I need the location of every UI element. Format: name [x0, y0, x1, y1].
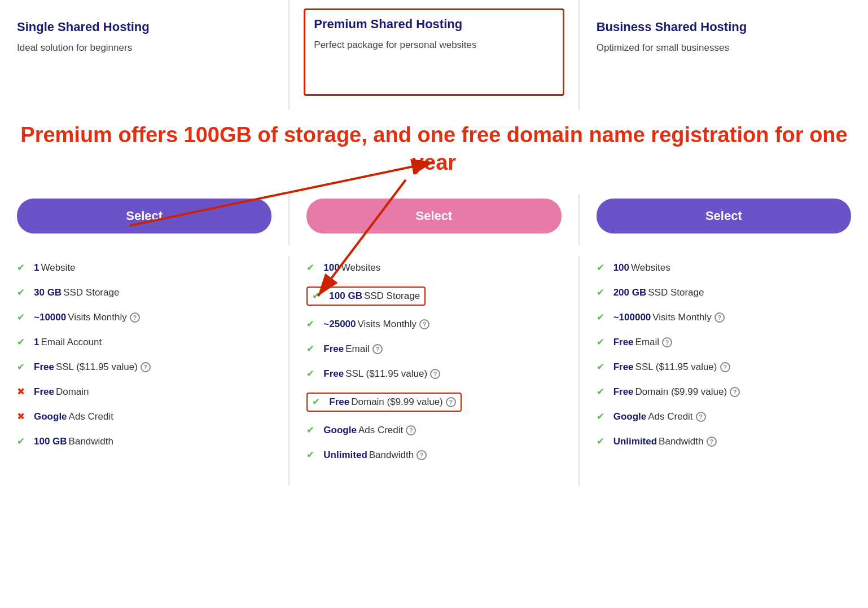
annotation-area: Premium offers 100GB of storage, and one… — [0, 110, 868, 194]
feature-label-premium-5: Domain ($9.99 value) — [351, 396, 443, 408]
checkmark-icon: ✔ — [306, 343, 319, 355]
checkmark-icon: ✔ — [17, 262, 29, 274]
feature-bold-single-0: 1 — [34, 262, 39, 274]
feature-item-business-1: ✔200 GB SSD Storage — [597, 287, 851, 299]
feature-bold-single-3: 1 — [34, 336, 39, 349]
plan-header-premium: Premium Shared Hosting Perfect package f… — [304, 8, 564, 96]
feature-label-premium-7: Bandwidth — [369, 449, 414, 461]
checkmark-icon: ✔ — [17, 311, 29, 324]
feature-bold-business-2: ~100000 — [613, 311, 651, 324]
info-icon[interactable]: ? — [714, 312, 725, 323]
feature-label-business-1: SSD Storage — [648, 287, 704, 299]
info-icon[interactable]: ? — [446, 397, 456, 407]
info-icon[interactable]: ? — [730, 387, 740, 397]
select-buttons-row: Select Select Select — [0, 194, 868, 245]
feature-bold-business-6: Google — [613, 411, 647, 423]
feature-item-single-3: ✔1 Email Account — [17, 336, 271, 349]
feature-bold-single-4: Free — [34, 361, 54, 373]
feature-label-single-7: Bandwidth — [69, 435, 113, 448]
checkmark-icon: ✔ — [17, 435, 29, 448]
feature-item-business-6: ✔Google Ads Credit? — [597, 411, 851, 423]
info-icon[interactable]: ? — [417, 450, 427, 460]
feature-label-business-4: SSL ($11.95 value) — [635, 361, 717, 373]
feature-label-single-6: Ads Credit — [69, 411, 113, 423]
feature-label-premium-2: Visits Monthly — [358, 318, 417, 331]
feature-label-business-2: Visits Monthly — [652, 311, 712, 324]
plan-subtitle-premium: Perfect package for personal websites — [314, 38, 554, 52]
checkmark-icon: ✔ — [597, 287, 609, 299]
info-icon[interactable]: ? — [419, 319, 429, 329]
annotation-text: Premium offers 100GB of storage, and one… — [17, 121, 851, 177]
checkmark-icon: ✔ — [597, 311, 609, 324]
plan-subtitle-single: Ideal solution for beginners — [17, 41, 271, 55]
checkmark-icon: ✔ — [306, 318, 319, 331]
feature-item-single-6: ✖Google Ads Credit — [17, 411, 271, 423]
info-icon[interactable]: ? — [707, 437, 717, 447]
select-btn-col-business: Select — [580, 194, 868, 245]
annotation-section: Premium offers 100GB of storage, and one… — [0, 110, 868, 194]
feature-label-business-0: Websites — [631, 262, 670, 274]
feature-bold-premium-5: Free — [329, 396, 349, 408]
feature-bold-business-3: Free — [613, 336, 634, 349]
plans-header-row: Single Shared Hosting Ideal solution for… — [0, 0, 868, 110]
checkmark-icon: ✔ — [306, 368, 319, 380]
info-icon[interactable]: ? — [430, 369, 440, 379]
select-button-single[interactable]: Select — [17, 199, 271, 233]
select-btn-col-single: Select — [0, 194, 290, 245]
feature-bold-single-7: 100 GB — [34, 435, 67, 448]
feature-item-business-7: ✔Unlimited Bandwidth? — [597, 435, 851, 448]
feature-item-premium-5: ✔Free Domain ($9.99 value)? — [306, 393, 561, 412]
plan-title-business: Business Shared Hosting — [597, 20, 851, 34]
feature-bold-single-1: 30 GB — [34, 287, 62, 299]
feature-item-single-1: ✔30 GB SSD Storage — [17, 287, 271, 299]
feature-label-premium-4: SSL ($11.95 value) — [345, 368, 427, 380]
storage-highlight-box: ✔100 GB SSD Storage — [306, 287, 426, 306]
checkmark-icon: ✔ — [597, 386, 609, 398]
feature-item-premium-7: ✔Unlimited Bandwidth? — [306, 449, 561, 461]
features-col-single: ✔1 Website✔30 GB SSD Storage✔~10000 Visi… — [0, 256, 290, 486]
feature-label-premium-1: SSD Storage — [364, 290, 420, 302]
feature-bold-premium-2: ~25000 — [323, 318, 356, 331]
checkmark-icon: ✔ — [312, 396, 325, 408]
info-icon[interactable]: ? — [406, 425, 416, 435]
plan-col-single: Single Shared Hosting Ideal solution for… — [0, 0, 290, 110]
info-icon[interactable]: ? — [662, 337, 672, 347]
feature-item-premium-6: ✔Google Ads Credit? — [306, 424, 561, 437]
feature-label-business-3: Email — [635, 336, 660, 349]
info-icon[interactable]: ? — [372, 344, 383, 354]
feature-bold-single-2: ~10000 — [34, 311, 66, 324]
feature-item-premium-3: ✔Free Email? — [306, 343, 561, 355]
info-icon[interactable]: ? — [696, 412, 706, 422]
select-button-business[interactable]: Select — [597, 199, 851, 233]
x-icon: ✖ — [17, 386, 29, 398]
features-section: ✔1 Website✔30 GB SSD Storage✔~10000 Visi… — [0, 256, 868, 486]
feature-item-single-2: ✔~10000 Visits Monthly? — [17, 311, 271, 324]
plan-header-single: Single Shared Hosting Ideal solution for… — [17, 11, 271, 99]
feature-item-premium-4: ✔Free SSL ($11.95 value)? — [306, 368, 561, 380]
checkmark-icon: ✔ — [597, 361, 609, 373]
feature-bold-business-4: Free — [613, 361, 634, 373]
info-icon[interactable]: ? — [720, 362, 730, 372]
feature-bold-premium-3: Free — [323, 343, 344, 355]
checkmark-icon: ✔ — [17, 287, 29, 299]
plan-header-business: Business Shared Hosting Optimized for sm… — [597, 11, 851, 99]
checkmark-icon: ✔ — [17, 336, 29, 349]
feature-bold-premium-6: Google — [323, 424, 357, 437]
select-button-premium[interactable]: Select — [306, 199, 561, 233]
feature-bold-premium-0: 100 — [323, 262, 339, 274]
plan-col-premium: Premium Shared Hosting Perfect package f… — [290, 0, 579, 110]
feature-item-single-7: ✔100 GB Bandwidth — [17, 435, 271, 448]
feature-label-single-3: Email Account — [41, 336, 102, 349]
feature-label-single-0: Website — [41, 262, 75, 274]
checkmark-icon: ✔ — [597, 262, 609, 274]
feature-item-single-4: ✔Free SSL ($11.95 value)? — [17, 361, 271, 373]
plan-subtitle-business: Optimized for small businesses — [597, 41, 851, 55]
plan-title-single: Single Shared Hosting — [17, 20, 271, 34]
feature-label-business-7: Bandwidth — [659, 435, 703, 448]
info-icon[interactable]: ? — [130, 312, 140, 323]
checkmark-icon: ✔ — [597, 336, 609, 349]
feature-label-single-5: Domain — [56, 386, 89, 398]
feature-bold-premium-1: 100 GB — [329, 290, 362, 302]
feature-item-premium-2: ✔~25000 Visits Monthly? — [306, 318, 561, 331]
info-icon[interactable]: ? — [141, 362, 151, 372]
